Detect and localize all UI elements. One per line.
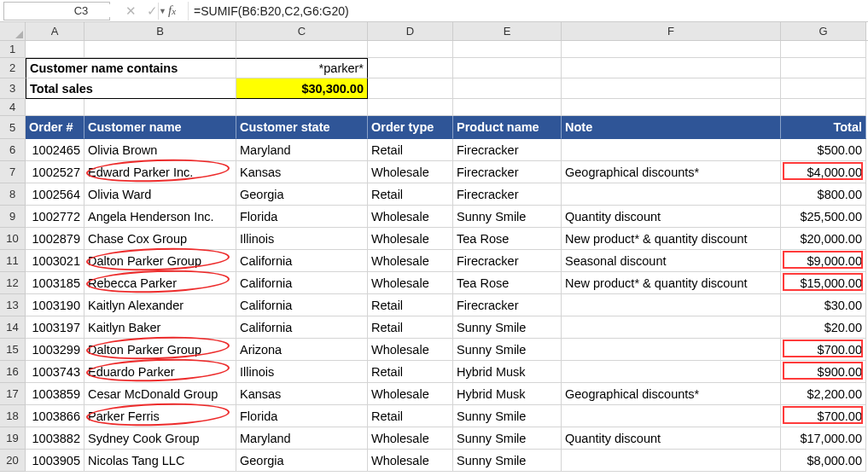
- cell[interactable]: Retail: [368, 139, 453, 161]
- cell[interactable]: [562, 450, 781, 472]
- cell[interactable]: Tea Rose: [453, 272, 562, 294]
- cell[interactable]: Olivia Brown: [84, 139, 236, 161]
- row-header[interactable]: 11: [0, 250, 26, 272]
- cell[interactable]: Firecracker: [453, 139, 562, 161]
- row-header[interactable]: 10: [0, 228, 26, 250]
- cell[interactable]: New product* & quantity discount: [562, 272, 781, 294]
- row-header[interactable]: 7: [0, 161, 26, 183]
- cell[interactable]: Firecracker: [453, 183, 562, 206]
- cell[interactable]: Wholesale: [368, 161, 453, 183]
- cell[interactable]: [562, 405, 781, 427]
- cell[interactable]: Sunny Smile: [453, 339, 562, 361]
- cell[interactable]: 1003882: [26, 427, 84, 450]
- cell[interactable]: $700.00: [781, 339, 866, 361]
- cell[interactable]: Wholesale: [368, 206, 453, 228]
- cell[interactable]: [781, 41, 866, 58]
- row-header[interactable]: 5: [0, 116, 26, 139]
- cell[interactable]: Maryland: [236, 427, 368, 450]
- cell[interactable]: Retail: [368, 405, 453, 427]
- cell[interactable]: 1002564: [26, 183, 84, 206]
- col-header-a[interactable]: A: [26, 22, 84, 40]
- cell[interactable]: $15,000.00: [781, 272, 866, 294]
- cell[interactable]: Retail: [368, 361, 453, 383]
- fx-icon[interactable]: fx: [168, 3, 176, 18]
- col-header-g[interactable]: G: [781, 22, 866, 40]
- cell[interactable]: [84, 41, 236, 58]
- cell[interactable]: Wholesale: [368, 272, 453, 294]
- cell[interactable]: [562, 294, 781, 316]
- cell[interactable]: $20.00: [781, 316, 866, 339]
- cell[interactable]: [368, 99, 453, 116]
- cell[interactable]: [368, 41, 453, 58]
- cell[interactable]: [781, 58, 866, 78]
- cell[interactable]: Kansas: [236, 161, 368, 183]
- cell[interactable]: [84, 78, 236, 99]
- cell[interactable]: [84, 99, 236, 116]
- cell[interactable]: California: [236, 294, 368, 316]
- cell[interactable]: Wholesale: [368, 339, 453, 361]
- row-header[interactable]: 14: [0, 316, 26, 339]
- cell[interactable]: Kaitlyn Alexander: [84, 294, 236, 316]
- cell[interactable]: $2,200.00: [781, 383, 866, 405]
- cell[interactable]: 1003905: [26, 450, 84, 472]
- row-header[interactable]: 12: [0, 272, 26, 294]
- cell[interactable]: $900.00: [781, 361, 866, 383]
- row-header[interactable]: 9: [0, 206, 26, 228]
- cell[interactable]: [368, 78, 453, 99]
- row-header[interactable]: 17: [0, 383, 26, 405]
- col-header-b[interactable]: B: [84, 22, 236, 40]
- cell[interactable]: Sunny Smile: [453, 450, 562, 472]
- cell[interactable]: Kaitlyn Baker: [84, 316, 236, 339]
- cell[interactable]: New product* & quantity discount: [562, 228, 781, 250]
- cell[interactable]: Seasonal discount: [562, 250, 781, 272]
- cell[interactable]: Florida: [236, 206, 368, 228]
- cell[interactable]: Eduardo Parker: [84, 361, 236, 383]
- cell[interactable]: Wholesale: [368, 228, 453, 250]
- cell[interactable]: Total: [781, 116, 866, 139]
- cell[interactable]: Illinois: [236, 228, 368, 250]
- cell[interactable]: Wholesale: [368, 450, 453, 472]
- cell[interactable]: [368, 58, 453, 78]
- row-header[interactable]: 16: [0, 361, 26, 383]
- cell[interactable]: [453, 58, 562, 78]
- cell[interactable]: Order #: [26, 116, 84, 139]
- cell[interactable]: $500.00: [781, 139, 866, 161]
- cell[interactable]: Geographical discounts*: [562, 383, 781, 405]
- cell[interactable]: $9,000.00: [781, 250, 866, 272]
- cell[interactable]: Quantity discount: [562, 206, 781, 228]
- cell[interactable]: 1002527: [26, 161, 84, 183]
- cell[interactable]: Cesar McDonald Group: [84, 383, 236, 405]
- cell[interactable]: Dalton Parker Group: [84, 339, 236, 361]
- cell[interactable]: Hybrid Musk: [453, 361, 562, 383]
- cell[interactable]: Parker Ferris: [84, 405, 236, 427]
- cell[interactable]: Florida: [236, 405, 368, 427]
- cell[interactable]: *parker*: [236, 58, 368, 78]
- formula-bar[interactable]: =SUMIF(B6:B20,C2,G6:G20): [188, 2, 868, 20]
- cell[interactable]: [562, 99, 781, 116]
- cell[interactable]: $30,300.00: [236, 78, 368, 99]
- cell[interactable]: $700.00: [781, 405, 866, 427]
- cell[interactable]: [453, 41, 562, 58]
- cell[interactable]: [26, 41, 84, 58]
- select-all-corner[interactable]: [0, 22, 26, 40]
- cell[interactable]: Hybrid Musk: [453, 383, 562, 405]
- cell[interactable]: [84, 58, 236, 78]
- cell[interactable]: Retail: [368, 294, 453, 316]
- cell[interactable]: Wholesale: [368, 250, 453, 272]
- cell[interactable]: [781, 99, 866, 116]
- cell[interactable]: [562, 339, 781, 361]
- cell[interactable]: Tea Rose: [453, 228, 562, 250]
- cell[interactable]: Edward Parker Inc.: [84, 161, 236, 183]
- cell[interactable]: $4,000.00: [781, 161, 866, 183]
- cell[interactable]: Illinois: [236, 361, 368, 383]
- row-header[interactable]: 19: [0, 427, 26, 450]
- cell[interactable]: 1003190: [26, 294, 84, 316]
- cell[interactable]: 1003185: [26, 272, 84, 294]
- cell[interactable]: California: [236, 250, 368, 272]
- cell[interactable]: [26, 99, 84, 116]
- row-header[interactable]: 3: [0, 78, 26, 99]
- cell[interactable]: $17,000.00: [781, 427, 866, 450]
- cell[interactable]: Total sales: [26, 78, 84, 99]
- col-header-e[interactable]: E: [453, 22, 562, 40]
- cell[interactable]: Firecracker: [453, 161, 562, 183]
